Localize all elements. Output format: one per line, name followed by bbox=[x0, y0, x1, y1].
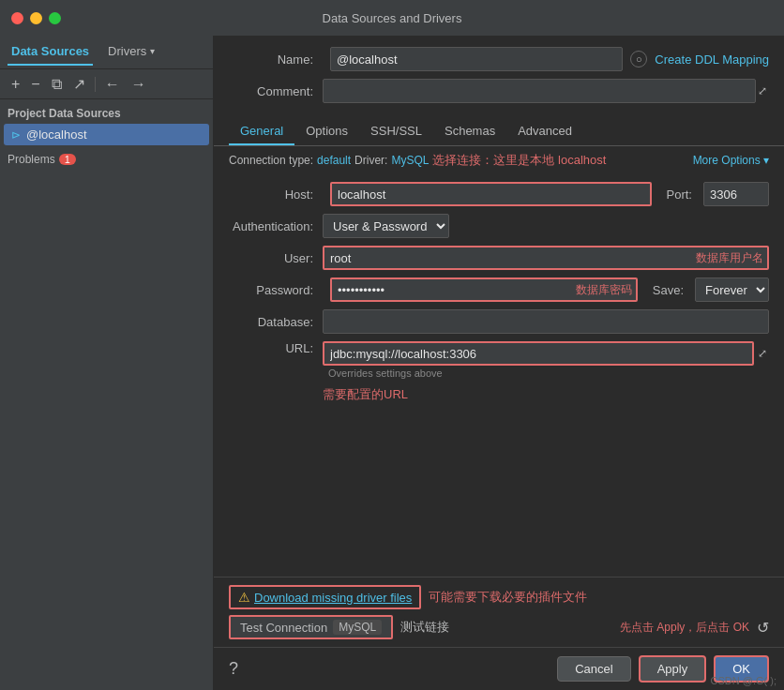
close-button[interactable] bbox=[11, 12, 23, 24]
form-section: Name: ○ Create DDL Mapping Comment: ⤢ bbox=[214, 36, 784, 111]
maximize-button[interactable] bbox=[49, 12, 61, 24]
host-label: Host: bbox=[229, 188, 323, 202]
main-window: Data Sources and Drivers Data Sources Dr… bbox=[0, 0, 784, 690]
problems-section: Problems 1 bbox=[0, 145, 213, 173]
name-options-button[interactable]: ○ bbox=[630, 51, 647, 68]
chevron-down-icon: ▾ bbox=[150, 46, 155, 56]
user-input[interactable] bbox=[323, 246, 769, 270]
more-options-link[interactable]: More Options ▾ bbox=[693, 154, 769, 167]
sidebar: Data Sources Drivers ▾ + − ⧉ ↗ ← → Proje… bbox=[0, 36, 214, 690]
conn-info-bar: Connection type: default Driver: MySQL 选… bbox=[214, 146, 784, 174]
url-section: URL: ⤢ Overrides settings above 需要配置的URL bbox=[229, 341, 769, 403]
tab-drivers[interactable]: Drivers ▾ bbox=[104, 38, 158, 66]
database-icon: ⊳ bbox=[11, 128, 21, 142]
copy-button[interactable]: ⧉ bbox=[48, 74, 66, 95]
apply-annotation: 先点击 Apply，后点击 OK bbox=[620, 620, 749, 636]
sidebar-toolbar: + − ⧉ ↗ ← → bbox=[0, 69, 213, 99]
help-button[interactable]: ? bbox=[229, 659, 238, 679]
save-select[interactable]: Forever bbox=[695, 278, 769, 302]
reset-button[interactable]: ↺ bbox=[757, 619, 769, 637]
url-annotation: 需要配置的URL bbox=[323, 382, 408, 403]
tab-general[interactable]: General bbox=[229, 118, 294, 145]
section-title: Project Data Sources bbox=[0, 99, 213, 124]
auth-select[interactable]: User & Password bbox=[323, 214, 449, 238]
driver-link[interactable]: MySQL bbox=[391, 154, 429, 167]
database-input[interactable] bbox=[323, 309, 769, 334]
name-input[interactable] bbox=[330, 47, 623, 71]
auth-label: Authentication: bbox=[229, 219, 323, 233]
main-layout: Data Sources Drivers ▾ + − ⧉ ↗ ← → Proje… bbox=[0, 36, 784, 690]
bottom-area: ⚠ Download missing driver files 可能需要下载必要… bbox=[214, 577, 784, 647]
warning-icon: ⚠ bbox=[238, 590, 250, 605]
footer-bar: ? Cancel Apply OK bbox=[214, 647, 784, 690]
cancel-button[interactable]: Cancel bbox=[557, 656, 630, 682]
tab-schemas[interactable]: Schemas bbox=[433, 118, 506, 145]
database-label: Database: bbox=[229, 315, 323, 329]
download-box[interactable]: ⚠ Download missing driver files bbox=[229, 585, 421, 609]
download-annotation: 可能需要下载必要的插件文件 bbox=[429, 589, 587, 606]
url-input[interactable] bbox=[323, 341, 754, 366]
sidebar-item-localhost[interactable]: ⊳ @localhost bbox=[4, 124, 209, 145]
database-row: Database: bbox=[229, 309, 769, 334]
window-title: Data Sources and Drivers bbox=[323, 11, 462, 25]
conn-type-label: Connection type: bbox=[229, 154, 313, 167]
download-row: ⚠ Download missing driver files 可能需要下载必要… bbox=[229, 585, 769, 609]
tab-options[interactable]: Options bbox=[294, 118, 359, 145]
comment-row: Comment: ⤢ bbox=[229, 79, 769, 103]
title-bar: Data Sources and Drivers bbox=[0, 0, 784, 36]
tab-advanced[interactable]: Advanced bbox=[506, 118, 583, 145]
export-button[interactable]: ↗ bbox=[69, 73, 89, 95]
password-input[interactable] bbox=[330, 278, 638, 302]
user-label: User: bbox=[229, 251, 323, 265]
item-label-localhost: @localhost bbox=[26, 128, 87, 142]
url-label: URL: bbox=[229, 341, 323, 355]
save-label: Save: bbox=[653, 283, 684, 297]
add-button[interactable]: + bbox=[8, 74, 23, 95]
host-input[interactable] bbox=[330, 182, 652, 206]
url-hint: Overrides settings above bbox=[323, 366, 769, 381]
tab-ssh-ssl[interactable]: SSH/SSL bbox=[359, 118, 433, 145]
test-conn-driver: MySQL bbox=[333, 620, 382, 635]
problems-badge: 1 bbox=[59, 154, 76, 165]
comment-label: Comment: bbox=[229, 84, 323, 98]
content-pane: Name: ○ Create DDL Mapping Comment: ⤢ Ge… bbox=[214, 36, 784, 690]
expand-comment-button[interactable]: ⤢ bbox=[756, 82, 769, 99]
tab-datasources[interactable]: Data Sources bbox=[8, 38, 93, 66]
minimize-button[interactable] bbox=[30, 12, 42, 24]
port-label: Port: bbox=[667, 188, 692, 202]
remove-button[interactable]: − bbox=[27, 74, 43, 95]
name-label: Name: bbox=[229, 52, 323, 67]
test-conn-row: Test Connection MySQL 测试链接 先点击 Apply，后点击… bbox=[229, 615, 769, 639]
name-input-container: ○ bbox=[330, 47, 647, 71]
conn-type-link[interactable]: default bbox=[317, 154, 351, 167]
url-row: URL: ⤢ Overrides settings above bbox=[229, 341, 769, 381]
tabs-bar: General Options SSH/SSL Schemas Advanced bbox=[214, 118, 784, 146]
password-label: Password: bbox=[229, 283, 323, 297]
forward-button[interactable]: → bbox=[128, 74, 150, 95]
password-row: Password: 数据库密码 Save: Forever bbox=[229, 278, 769, 302]
comment-input[interactable] bbox=[323, 79, 756, 103]
test-connection-box[interactable]: Test Connection MySQL bbox=[229, 615, 393, 639]
name-row: Name: ○ Create DDL Mapping bbox=[229, 47, 769, 71]
host-row: Host: Port: bbox=[229, 182, 769, 206]
expand-url-button[interactable]: ⤢ bbox=[756, 345, 769, 362]
problems-label: Problems bbox=[8, 153, 55, 166]
apply-button[interactable]: Apply bbox=[639, 655, 707, 682]
url-input-wrapper: ⤢ Overrides settings above bbox=[323, 341, 769, 381]
watermark: CSDN @.G( ); bbox=[711, 675, 776, 686]
traffic-lights bbox=[11, 12, 61, 24]
download-link[interactable]: Download missing driver files bbox=[254, 591, 412, 605]
user-row: User: 数据库用户名 bbox=[229, 246, 769, 270]
auth-row: Authentication: User & Password bbox=[229, 214, 769, 238]
tab-content-general: Host: Port: Authentication: User & Passw… bbox=[214, 174, 784, 577]
driver-label: Driver: bbox=[354, 154, 387, 167]
toolbar-separator bbox=[95, 77, 96, 92]
port-input[interactable] bbox=[703, 182, 769, 206]
driver-annotation: 选择连接：这里是本地 localhost bbox=[432, 152, 606, 169]
sidebar-tabs: Data Sources Drivers ▾ bbox=[0, 36, 213, 69]
drivers-label: Drivers bbox=[108, 44, 146, 58]
test-conn-label: Test Connection bbox=[240, 621, 327, 635]
back-button[interactable]: ← bbox=[101, 74, 124, 95]
test-annotation: 测试链接 bbox=[400, 619, 449, 636]
create-ddl-link[interactable]: Create DDL Mapping bbox=[655, 52, 769, 67]
